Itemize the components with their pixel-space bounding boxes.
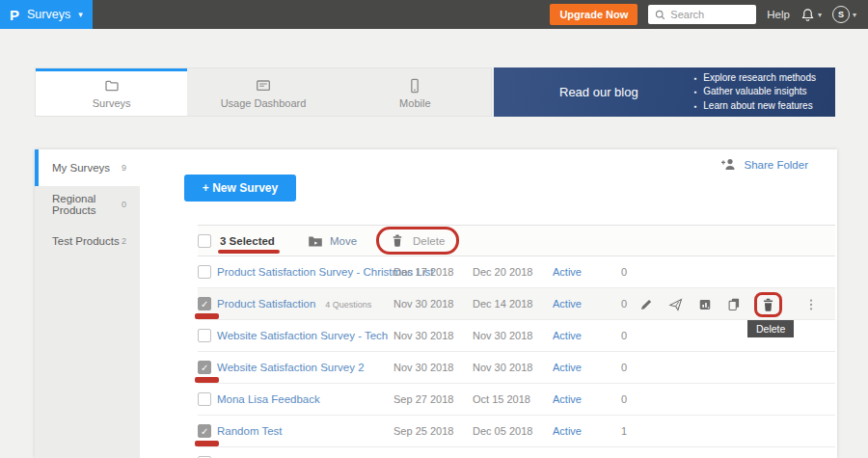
table-row: Product Satisfaction Survey - Christmas … — [198, 256, 835, 288]
date-modified: Dec 20 2018 — [473, 266, 532, 278]
date-created: Nov 30 2018 — [393, 362, 453, 373]
move-button[interactable]: Move — [308, 234, 357, 248]
trash-icon — [391, 233, 404, 248]
search-input[interactable] — [670, 9, 747, 20]
copy-icon — [727, 297, 741, 311]
dashboard-icon — [255, 78, 272, 94]
status-badge[interactable]: Active — [553, 393, 582, 405]
sidebar-item-test-products[interactable]: Test Products 2 — [35, 223, 140, 259]
avatar: S — [832, 6, 850, 23]
annotation-underline — [195, 313, 219, 319]
banner-bullet: Explore research methods — [693, 71, 816, 86]
folder-sidebar: My Surveys 9 Regional Products 0 Test Pr… — [35, 149, 140, 458]
chart-icon — [698, 298, 712, 311]
row-checkbox[interactable] — [198, 424, 211, 438]
banner-bullet-list: Explore research methods Gather valuable… — [693, 71, 816, 114]
response-count: 0 — [610, 393, 637, 405]
tab-label: Mobile — [399, 97, 430, 109]
row-checkbox[interactable] — [198, 297, 211, 310]
chevron-down-icon: ▾ — [853, 11, 856, 19]
response-count: 0 — [610, 362, 637, 373]
vertical-dots-icon — [809, 298, 813, 311]
folder-count: 2 — [122, 236, 126, 246]
more-actions-button[interactable] — [809, 298, 813, 311]
table-row: Random Test Sep 25 2018 Dec 05 2018 Acti… — [198, 416, 835, 447]
status-badge[interactable]: Active — [553, 425, 582, 437]
move-label: Move — [330, 235, 357, 247]
bulk-action-toolbar: 3 Selected Move Delete — [198, 225, 835, 256]
date-modified: Nov 30 2018 — [473, 362, 532, 373]
table-row: Product Sat Sep 11 2018 Sep 29 2018 Acti… — [198, 447, 835, 458]
topbar-controls: Upgrade Now Help ▾ S ▾ — [550, 4, 868, 25]
help-link[interactable]: Help — [767, 9, 790, 20]
table-row: Mona Lisa Feedback Sep 27 2018 Oct 15 20… — [198, 384, 835, 416]
edit-button[interactable] — [639, 298, 653, 311]
survey-list-area: Share Folder + New Survey 3 Selected Mov… — [140, 149, 837, 458]
pencil-icon — [639, 298, 653, 311]
copy-button[interactable] — [727, 297, 741, 311]
survey-title-link[interactable]: Product Satisfaction4 Questions — [217, 298, 371, 310]
folder-icon — [103, 78, 121, 94]
report-button[interactable] — [698, 298, 712, 311]
status-badge[interactable]: Active — [553, 362, 582, 373]
annotation-underline — [195, 377, 219, 383]
notifications-menu[interactable]: ▾ — [800, 8, 822, 22]
survey-table: 3 Selected Move Delete Product Satisfact… — [198, 225, 835, 458]
date-modified: Dec 05 2018 — [473, 425, 532, 437]
share-folder-button[interactable]: Share Folder — [720, 157, 808, 172]
account-menu[interactable]: S ▾ — [832, 6, 856, 23]
annotation-underline — [218, 250, 280, 254]
status-badge[interactable]: Active — [553, 266, 582, 278]
status-badge[interactable]: Active — [553, 298, 582, 310]
sidebar-item-regional-products[interactable]: Regional Products 0 — [35, 186, 140, 223]
response-count: 0 — [610, 298, 637, 310]
response-count: 0 — [610, 330, 637, 341]
send-button[interactable] — [668, 298, 683, 311]
new-survey-button[interactable]: + New Survey — [184, 175, 296, 202]
delete-button[interactable]: Delete — [378, 229, 457, 253]
delete-tooltip: Delete — [747, 320, 794, 337]
folder-label: My Surveys — [52, 162, 110, 174]
product-menu[interactable]: P Surveys ▾ — [0, 0, 93, 29]
table-row: Website Satisfaction Survey 2 Nov 30 201… — [198, 352, 835, 384]
sidebar-item-my-surveys[interactable]: My Surveys 9 — [35, 149, 140, 186]
folder-count: 9 — [122, 163, 126, 173]
date-created: Dec 17 2018 — [393, 266, 453, 278]
row-checkbox[interactable] — [198, 361, 211, 374]
survey-title-link[interactable]: Website Satisfaction Survey 2 — [217, 362, 365, 373]
select-all-checkbox[interactable] — [198, 234, 211, 248]
tab-usage-dashboard[interactable]: Usage Dashboard — [187, 68, 339, 116]
delete-row-button[interactable]: Delete — [756, 294, 780, 315]
main-panel: My Surveys 9 Regional Products 0 Test Pr… — [35, 149, 837, 458]
trash-icon — [761, 297, 775, 312]
folder-label: Regional Products — [52, 193, 122, 216]
row-checkbox[interactable] — [198, 265, 211, 279]
top-bar: P Surveys ▾ Upgrade Now Help ▾ S ▾ — [0, 0, 868, 29]
row-checkbox[interactable] — [198, 329, 211, 342]
status-badge[interactable]: Active — [553, 330, 582, 341]
brand-logo-icon: P — [10, 7, 19, 23]
banner-bullet: Gather valuable insights — [693, 85, 816, 99]
date-modified: Dec 14 2018 — [473, 298, 532, 310]
date-modified: Oct 15 2018 — [473, 393, 530, 405]
search-box[interactable] — [648, 5, 756, 24]
date-created: Sep 25 2018 — [393, 425, 453, 437]
tab-mobile[interactable]: Mobile — [339, 68, 491, 116]
delete-label: Delete — [413, 235, 445, 247]
date-modified: Nov 30 2018 — [473, 330, 532, 341]
folder-label: Test Products — [52, 235, 120, 247]
upgrade-now-button[interactable]: Upgrade Now — [550, 4, 637, 25]
date-created: Nov 30 2018 — [393, 298, 453, 310]
survey-title-link[interactable]: Website Satisfaction Survey - Tech — [217, 330, 388, 341]
table-row: Website Satisfaction Survey - Tech Nov 3… — [198, 320, 835, 352]
tab-label: Surveys — [93, 97, 131, 109]
paper-plane-icon — [668, 298, 683, 311]
row-checkbox[interactable] — [198, 392, 211, 406]
survey-title-link[interactable]: Random Test — [217, 425, 283, 437]
bell-icon — [800, 8, 815, 22]
chevron-down-icon: ▾ — [818, 11, 822, 19]
blog-banner[interactable]: Read our blog Explore research methods G… — [494, 67, 835, 117]
tab-surveys[interactable]: Surveys — [36, 68, 187, 116]
selected-count: 3 Selected — [220, 235, 275, 247]
survey-title-link[interactable]: Mona Lisa Feedback — [217, 393, 320, 405]
